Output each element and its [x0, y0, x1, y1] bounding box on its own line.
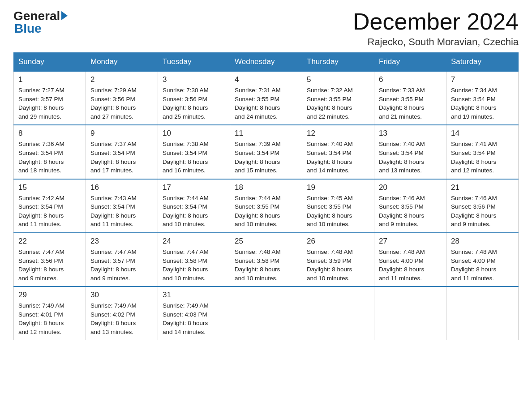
- calendar-week-row: 1 Sunrise: 7:27 AM Sunset: 3:57 PM Dayli…: [14, 71, 519, 125]
- calendar-cell: [374, 287, 446, 340]
- day-number: 22: [18, 237, 81, 246]
- header-cell-thursday: Thursday: [302, 53, 374, 72]
- calendar-cell: 26 Sunrise: 7:48 AM Sunset: 3:59 PM Dayl…: [302, 233, 374, 287]
- calendar-cell: 14 Sunrise: 7:41 AM Sunset: 3:54 PM Dayl…: [446, 125, 519, 179]
- day-info: Sunrise: 7:42 AM Sunset: 3:54 PM Dayligh…: [18, 194, 81, 229]
- calendar-header-row: SundayMondayTuesdayWednesdayThursdayFrid…: [14, 53, 519, 72]
- day-number: 3: [163, 75, 225, 84]
- calendar-cell: 1 Sunrise: 7:27 AM Sunset: 3:57 PM Dayli…: [14, 71, 86, 125]
- calendar-cell: 21 Sunrise: 7:46 AM Sunset: 3:56 PM Dayl…: [446, 179, 519, 233]
- calendar-cell: 12 Sunrise: 7:40 AM Sunset: 3:54 PM Dayl…: [302, 125, 374, 179]
- calendar-cell: 29 Sunrise: 7:49 AM Sunset: 4:01 PM Dayl…: [14, 287, 86, 340]
- day-number: 30: [90, 291, 153, 300]
- day-info: Sunrise: 7:48 AM Sunset: 4:00 PM Dayligh…: [451, 248, 514, 283]
- day-number: 18: [235, 183, 297, 192]
- calendar-cell: 5 Sunrise: 7:32 AM Sunset: 3:55 PM Dayli…: [302, 71, 374, 125]
- logo-blue-text: Blue: [14, 21, 42, 36]
- day-number: 28: [451, 237, 514, 246]
- day-number: 5: [307, 75, 369, 84]
- calendar-table: SundayMondayTuesdayWednesdayThursdayFrid…: [13, 52, 519, 340]
- day-info: Sunrise: 7:49 AM Sunset: 4:03 PM Dayligh…: [163, 301, 225, 336]
- calendar-cell: 13 Sunrise: 7:40 AM Sunset: 3:54 PM Dayl…: [374, 125, 446, 179]
- day-info: Sunrise: 7:31 AM Sunset: 3:55 PM Dayligh…: [235, 86, 297, 121]
- day-number: 7: [451, 75, 514, 84]
- day-info: Sunrise: 7:36 AM Sunset: 3:54 PM Dayligh…: [18, 140, 81, 175]
- calendar-cell: 24 Sunrise: 7:47 AM Sunset: 3:58 PM Dayl…: [158, 233, 230, 287]
- day-info: Sunrise: 7:41 AM Sunset: 3:54 PM Dayligh…: [451, 140, 514, 175]
- header-cell-wednesday: Wednesday: [230, 53, 302, 72]
- day-number: 1: [18, 75, 81, 84]
- month-title: December 2024: [353, 9, 519, 34]
- day-info: Sunrise: 7:44 AM Sunset: 3:54 PM Dayligh…: [163, 194, 225, 229]
- calendar-cell: 30 Sunrise: 7:49 AM Sunset: 4:02 PM Dayl…: [86, 287, 158, 340]
- day-info: Sunrise: 7:33 AM Sunset: 3:55 PM Dayligh…: [379, 86, 442, 121]
- calendar-cell: 27 Sunrise: 7:48 AM Sunset: 4:00 PM Dayl…: [374, 233, 446, 287]
- day-number: 6: [379, 75, 442, 84]
- day-number: 21: [451, 183, 514, 192]
- day-info: Sunrise: 7:40 AM Sunset: 3:54 PM Dayligh…: [307, 140, 369, 175]
- day-number: 2: [90, 75, 153, 84]
- day-info: Sunrise: 7:46 AM Sunset: 3:55 PM Dayligh…: [379, 194, 442, 229]
- calendar-cell: 25 Sunrise: 7:48 AM Sunset: 3:58 PM Dayl…: [230, 233, 302, 287]
- calendar-cell: 11 Sunrise: 7:39 AM Sunset: 3:54 PM Dayl…: [230, 125, 302, 179]
- day-number: 9: [90, 129, 153, 138]
- calendar-cell: 19 Sunrise: 7:45 AM Sunset: 3:55 PM Dayl…: [302, 179, 374, 233]
- day-number: 11: [235, 129, 297, 138]
- calendar-cell: 31 Sunrise: 7:49 AM Sunset: 4:03 PM Dayl…: [158, 287, 230, 340]
- calendar-week-row: 8 Sunrise: 7:36 AM Sunset: 3:54 PM Dayli…: [14, 125, 519, 179]
- calendar-cell: [302, 287, 374, 340]
- day-info: Sunrise: 7:47 AM Sunset: 3:57 PM Dayligh…: [90, 248, 153, 283]
- calendar-cell: 18 Sunrise: 7:44 AM Sunset: 3:55 PM Dayl…: [230, 179, 302, 233]
- day-info: Sunrise: 7:48 AM Sunset: 3:59 PM Dayligh…: [307, 248, 369, 283]
- calendar-cell: 8 Sunrise: 7:36 AM Sunset: 3:54 PM Dayli…: [14, 125, 86, 179]
- day-number: 29: [18, 291, 81, 300]
- day-number: 26: [307, 237, 369, 246]
- location: Rajecko, South Moravian, Czechia: [353, 36, 519, 48]
- day-info: Sunrise: 7:49 AM Sunset: 4:02 PM Dayligh…: [90, 301, 153, 336]
- logo-arrow-icon: [61, 11, 68, 20]
- header-cell-tuesday: Tuesday: [158, 53, 230, 72]
- calendar-cell: 3 Sunrise: 7:30 AM Sunset: 3:56 PM Dayli…: [158, 71, 230, 125]
- day-number: 24: [163, 237, 225, 246]
- day-number: 4: [235, 75, 297, 84]
- day-info: Sunrise: 7:30 AM Sunset: 3:56 PM Dayligh…: [163, 86, 225, 121]
- day-info: Sunrise: 7:38 AM Sunset: 3:54 PM Dayligh…: [163, 140, 225, 175]
- day-info: Sunrise: 7:45 AM Sunset: 3:55 PM Dayligh…: [307, 194, 369, 229]
- calendar-cell: 22 Sunrise: 7:47 AM Sunset: 3:56 PM Dayl…: [14, 233, 86, 287]
- day-info: Sunrise: 7:27 AM Sunset: 3:57 PM Dayligh…: [18, 86, 81, 121]
- day-info: Sunrise: 7:43 AM Sunset: 3:54 PM Dayligh…: [90, 194, 153, 229]
- page-header: General Blue December 2024 Rajecko, Sout…: [13, 9, 519, 48]
- calendar-cell: 16 Sunrise: 7:43 AM Sunset: 3:54 PM Dayl…: [86, 179, 158, 233]
- day-info: Sunrise: 7:32 AM Sunset: 3:55 PM Dayligh…: [307, 86, 369, 121]
- calendar-cell: 15 Sunrise: 7:42 AM Sunset: 3:54 PM Dayl…: [14, 179, 86, 233]
- day-info: Sunrise: 7:47 AM Sunset: 3:56 PM Dayligh…: [18, 248, 81, 283]
- day-info: Sunrise: 7:44 AM Sunset: 3:55 PM Dayligh…: [235, 194, 297, 229]
- calendar-cell: 7 Sunrise: 7:34 AM Sunset: 3:54 PM Dayli…: [446, 71, 519, 125]
- day-number: 14: [451, 129, 514, 138]
- day-number: 12: [307, 129, 369, 138]
- day-info: Sunrise: 7:48 AM Sunset: 4:00 PM Dayligh…: [379, 248, 442, 283]
- day-number: 27: [379, 237, 442, 246]
- day-number: 31: [163, 291, 225, 300]
- calendar-cell: [230, 287, 302, 340]
- header-cell-monday: Monday: [86, 53, 158, 72]
- day-number: 25: [235, 237, 297, 246]
- day-number: 8: [18, 129, 81, 138]
- calendar-cell: 6 Sunrise: 7:33 AM Sunset: 3:55 PM Dayli…: [374, 71, 446, 125]
- day-number: 17: [163, 183, 225, 192]
- day-number: 19: [307, 183, 369, 192]
- day-number: 23: [90, 237, 153, 246]
- calendar-cell: 9 Sunrise: 7:37 AM Sunset: 3:54 PM Dayli…: [86, 125, 158, 179]
- title-block: December 2024 Rajecko, South Moravian, C…: [353, 9, 519, 48]
- day-number: 20: [379, 183, 442, 192]
- calendar-cell: 20 Sunrise: 7:46 AM Sunset: 3:55 PM Dayl…: [374, 179, 446, 233]
- day-info: Sunrise: 7:48 AM Sunset: 3:58 PM Dayligh…: [235, 248, 297, 283]
- day-info: Sunrise: 7:37 AM Sunset: 3:54 PM Dayligh…: [90, 140, 153, 175]
- day-info: Sunrise: 7:46 AM Sunset: 3:56 PM Dayligh…: [451, 194, 514, 229]
- calendar-cell: 28 Sunrise: 7:48 AM Sunset: 4:00 PM Dayl…: [446, 233, 519, 287]
- logo: General Blue: [13, 9, 68, 36]
- calendar-cell: 10 Sunrise: 7:38 AM Sunset: 3:54 PM Dayl…: [158, 125, 230, 179]
- calendar-cell: [446, 287, 519, 340]
- day-number: 13: [379, 129, 442, 138]
- calendar-cell: 17 Sunrise: 7:44 AM Sunset: 3:54 PM Dayl…: [158, 179, 230, 233]
